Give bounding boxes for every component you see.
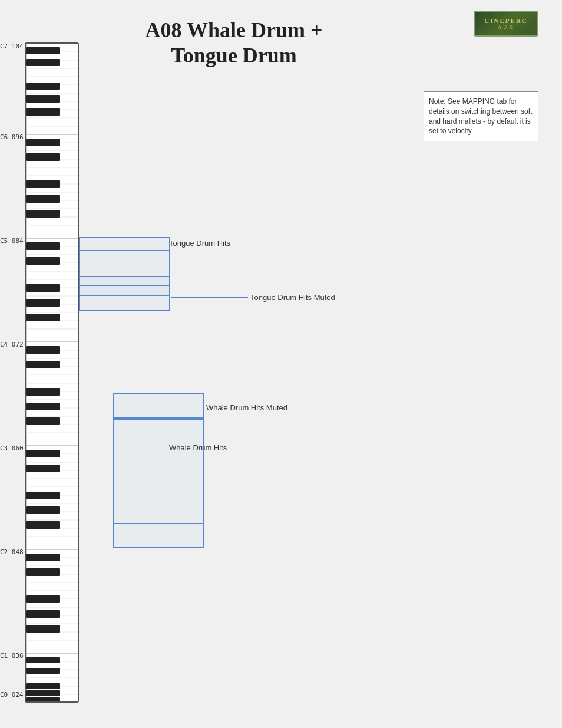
whale-drum-muted-region [113,393,204,419]
tongue-drum-hits-label: Tongue Drum Hits [169,239,230,248]
svg-rect-102 [26,554,60,561]
svg-rect-104 [26,595,60,603]
svg-rect-83 [26,153,60,161]
svg-rect-82 [26,139,60,146]
svg-rect-110 [26,690,60,696]
svg-rect-85 [26,195,60,203]
svg-rect-96 [26,417,60,425]
svg-rect-89 [26,284,60,292]
svg-rect-91 [26,314,60,321]
label-c1: C1 036 [0,652,24,660]
svg-rect-87 [26,242,60,250]
label-c0: C0 024 [0,691,24,699]
label-c3: C3 060 [0,444,24,452]
note-box: Note: See MAPPING tab for details on swi… [424,91,538,141]
svg-rect-90 [26,299,60,307]
whale-drum-hits-region [113,419,204,548]
svg-rect-86 [26,210,60,218]
whale-drum-muted-label: Whale Drum Hits Muted [206,403,287,412]
keyboard-section: C7 104 C6 096 C5 084 C4 072 C3 060 C2 04… [25,42,79,703]
svg-rect-107 [26,657,60,663]
svg-rect-78 [26,59,60,66]
svg-rect-106 [26,625,60,633]
svg-rect-95 [26,403,60,410]
label-c4: C4 072 [0,341,24,348]
svg-rect-77 [26,47,60,54]
svg-rect-98 [26,465,60,472]
svg-rect-101 [26,521,60,529]
svg-rect-103 [26,568,60,576]
tongue-drum-muted-label: Tongue Drum Hits Muted [250,293,335,302]
tongue-drum-muted-label-container: Tongue Drum Hits Muted [171,293,335,302]
label-c6: C6 096 [0,133,24,141]
svg-rect-93 [26,361,60,368]
svg-rect-100 [26,506,60,514]
note-text: Note: See MAPPING tab for details on swi… [429,97,532,135]
svg-rect-80 [26,95,60,103]
svg-rect-108 [26,668,60,674]
logo-bottom: AUX [498,24,515,30]
whale-drum-hits-label: Whale Drum Hits [169,443,227,452]
svg-rect-94 [26,388,60,396]
svg-rect-105 [26,610,60,618]
svg-rect-109 [26,683,60,689]
label-c2: C2 048 [0,548,24,556]
svg-rect-81 [26,108,60,116]
svg-rect-97 [26,450,60,457]
svg-rect-92 [26,346,60,354]
label-c7: C7 104 [0,42,24,50]
logo-badge: CINEPERC AUX [474,11,538,37]
svg-rect-99 [26,492,60,499]
label-c5: C5 084 [0,237,24,245]
piano-keyboard: /* keys drawn programmatically below */ [25,42,79,703]
tongue-drum-muted-region [79,276,170,311]
svg-rect-111 [26,697,60,703]
logo-top: CINEPERC [484,17,527,24]
svg-rect-84 [26,180,60,188]
whale-drum-muted-label-container: Whale Drum Hits Muted [206,403,287,412]
svg-rect-88 [26,257,60,265]
svg-rect-79 [26,83,60,90]
keyboard-svg: /* keys drawn programmatically below */ [26,44,79,703]
